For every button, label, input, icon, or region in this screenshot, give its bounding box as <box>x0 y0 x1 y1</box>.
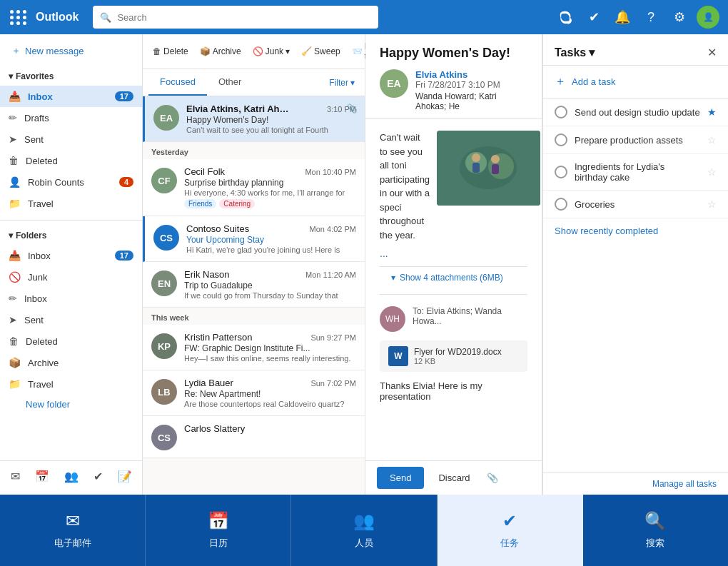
folders-header[interactable]: ▾ Folders <box>0 226 142 245</box>
email-item[interactable]: CF Cecil Folk Mon 10:40 PM Surprise birt… <box>143 159 365 216</box>
new-folder-link[interactable]: New folder <box>0 395 142 414</box>
sender-name: Elvia Atkins, Katri Ahokas <box>186 103 293 114</box>
show-completed-link[interactable]: Show recently completed <box>543 218 728 243</box>
task-checkbox[interactable] <box>555 106 567 118</box>
sidebar-item-inbox2[interactable]: ✏ Inbox <box>0 288 142 309</box>
skype-button[interactable] <box>554 6 577 29</box>
send-button[interactable]: Send <box>377 467 424 489</box>
detail-time: Fri 7/28/2017 3:10 PM <box>415 80 527 90</box>
bottom-item-search[interactable]: 🔍 搜索 <box>583 495 728 566</box>
ellipsis[interactable]: ... <box>380 248 430 259</box>
manage-all-tasks-link[interactable]: Manage all tasks <box>543 472 728 495</box>
new-message-icon: ＋ <box>11 44 21 57</box>
junk-button[interactable]: 🚫 Junk ▾ <box>248 44 294 59</box>
email-bottom-icon: ✉ <box>66 511 80 531</box>
sender-name: Kristin Patterson <box>184 332 252 343</box>
discard-button[interactable]: Discard <box>430 467 478 489</box>
sidebar-item-folders-travel[interactable]: 📁 Travel <box>0 373 142 395</box>
sidebar-item-robin[interactable]: 👤 Robin Counts 4 <box>0 171 142 193</box>
sidebar-bottom-icons: ✉ 📅 👥 ✔ 📝 <box>0 460 142 492</box>
inbox-icon: 📥 <box>9 91 21 102</box>
bottom-item-calendar[interactable]: 📅 日历 <box>146 495 291 566</box>
body-text: Can't wait to see you all toni participa… <box>380 131 430 242</box>
email-preview: Hi Katri, we're glad you're joining us! … <box>186 246 356 254</box>
detail-to: Wanda Howard; Katri Ahokas; He <box>415 91 527 111</box>
favorites-header[interactable]: ▾ Favorites <box>0 67 142 86</box>
sidebar-item-junk[interactable]: 🚫 Junk <box>0 266 142 288</box>
tasks-bottom-label: 任务 <box>500 537 519 550</box>
sidebar-item-folders-sent[interactable]: ➤ Sent <box>0 309 142 330</box>
bottom-item-email[interactable]: ✉ 电子邮件 <box>0 495 146 566</box>
avatar-cs: CS <box>153 225 179 251</box>
help-button[interactable]: ? <box>639 6 662 29</box>
new-message-button[interactable]: ＋ New message <box>6 40 136 61</box>
sidebar-item-archive[interactable]: 📦 Archive <box>0 352 142 373</box>
task-checkbox[interactable] <box>555 198 567 211</box>
reply-to: To: Elvia Atkins; Wanda Howa... <box>413 306 527 326</box>
sidebar-item-drafts[interactable]: ✏ Drafts <box>0 107 142 128</box>
email-item[interactable]: EN Erik Nason Mon 11:20 AM Trip to Guada… <box>143 262 365 308</box>
email-items: EA Elvia Atkins, Katri Ahokas 3:10 PM Ha… <box>143 96 365 495</box>
filter-chevron: ▾ <box>350 78 355 88</box>
sweep-button[interactable]: 🧹 Sweep <box>297 44 345 59</box>
archive-button[interactable]: 📦 Archive <box>196 44 246 59</box>
file-attachment[interactable]: W Flyer for WD2019.docx 12 KB <box>380 340 527 372</box>
sender-name: Erik Nason <box>184 269 230 280</box>
grid-icon[interactable] <box>9 9 29 26</box>
search-input[interactable] <box>117 12 371 23</box>
tasks-chevron[interactable]: ▾ <box>589 46 595 59</box>
travel-icon-2: 📁 <box>9 378 21 390</box>
email-item[interactable]: KP Kristin Patterson Sun 9:27 PM FW: Gra… <box>143 325 365 370</box>
chevron-icon-2: ▾ <box>9 231 13 241</box>
add-task-button[interactable]: ＋ Add a task <box>543 66 728 98</box>
email-subject: Re: New Apartment! <box>184 389 356 399</box>
bottom-item-tasks[interactable]: ✔ 任务 <box>438 495 583 566</box>
task-text: Ingredients for Lydia's birthday cake <box>575 161 700 183</box>
todo-button[interactable]: ✔ <box>582 6 605 29</box>
mail-bottom-icon[interactable]: ✉ <box>8 467 23 486</box>
attachment-bar[interactable]: ▾ Show 4 attachments (6MB) <box>380 266 527 288</box>
avatar[interactable]: 👤 <box>697 6 719 29</box>
sidebar-item-travel[interactable]: 📁 Travel <box>0 193 142 214</box>
task-checkbox[interactable] <box>555 133 567 146</box>
task-checkbox[interactable] <box>555 166 567 178</box>
notes-bottom-icon[interactable]: 📝 <box>115 467 135 486</box>
email-preview: Can't wait to see you all tonight at Fou… <box>186 126 356 134</box>
people-bottom-icon[interactable]: 👥 <box>61 467 81 486</box>
email-item[interactable]: CS Carlos Slattery <box>143 416 365 458</box>
sidebar-item-folders-deleted[interactable]: 🗑 Deleted <box>0 330 142 352</box>
star-icon[interactable]: ☆ <box>707 134 717 146</box>
delete-button[interactable]: 🗑 Delete <box>148 44 193 59</box>
email-item[interactable]: CS Contoso Suites Mon 4:02 PM Your Upcom… <box>143 216 365 262</box>
email-time: Mon 4:02 PM <box>310 225 356 233</box>
task-item: Prepare production assets ☆ <box>543 126 728 154</box>
settings-button[interactable]: ⚙ <box>668 6 691 29</box>
bell-button[interactable]: 🔔 <box>611 6 634 29</box>
sidebar-item-inbox[interactable]: 📥 Inbox 17 <box>0 86 142 107</box>
sidebar-item-sent[interactable]: ➤ Sent <box>0 128 142 150</box>
attach-compose-icon[interactable]: 📎 <box>487 472 498 483</box>
sidebar-item-folders-inbox[interactable]: 📥 Inbox 17 <box>0 245 142 266</box>
divider-1 <box>0 220 142 221</box>
calendar-bottom-icon[interactable]: 📅 <box>32 467 52 486</box>
sender-name: Contoso Suites <box>186 223 249 234</box>
star-icon[interactable]: ★ <box>707 106 717 118</box>
email-time: Sun 9:27 PM <box>310 333 356 342</box>
junk-icon: 🚫 <box>9 271 21 283</box>
sidebar-item-deleted[interactable]: 🗑 Deleted <box>0 150 142 171</box>
tab-other[interactable]: Other <box>207 69 253 96</box>
sidebar: ＋ New message ▾ Favorites 📥 Inbox 17 ✏ D… <box>0 34 143 495</box>
email-list: 🗑 Delete 📦 Archive 🚫 Junk ▾ 🧹 Sweep 📨 Mo… <box>143 34 365 495</box>
svg-point-4 <box>472 153 480 162</box>
tasks-close-button[interactable]: ✕ <box>707 46 717 59</box>
star-icon[interactable]: ☆ <box>707 166 717 178</box>
bottom-item-people[interactable]: 👥 人员 <box>291 495 437 566</box>
tasks-panel: Tasks ▾ ✕ ＋ Add a task Send out design s… <box>542 34 728 495</box>
tasks-bottom-icon[interactable]: ✔ <box>91 467 106 486</box>
tab-focused[interactable]: Focused <box>148 69 207 96</box>
email-item[interactable]: LB Lydia Bauer Sun 7:02 PM Re: New Apart… <box>143 370 365 416</box>
star-icon[interactable]: ☆ <box>707 198 717 210</box>
email-item[interactable]: EA Elvia Atkins, Katri Ahokas 3:10 PM Ha… <box>143 96 365 142</box>
tag-catering: Catering <box>219 199 255 208</box>
filter-button[interactable]: Filter ▾ <box>325 69 359 96</box>
